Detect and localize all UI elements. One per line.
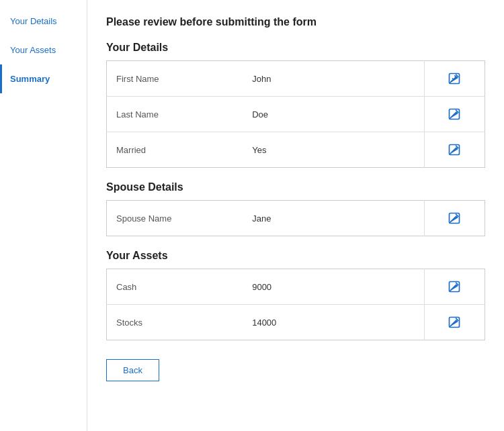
edit-icon <box>448 280 461 293</box>
edit-button[interactable] <box>445 140 464 159</box>
sidebar-item-summary[interactable]: Summary <box>0 64 87 93</box>
edit-button[interactable] <box>445 277 464 296</box>
edit-icon <box>448 316 461 329</box>
edit-icon <box>448 143 461 156</box>
sidebar-item-your-assets[interactable]: Your Assets <box>0 36 87 64</box>
edit-cell <box>424 305 485 340</box>
field-value: 14000 <box>243 305 424 340</box>
section-title-your-assets: Your Assets <box>106 250 485 262</box>
edit-button[interactable] <box>445 69 464 88</box>
section-title-your-details: Your Details <box>106 42 485 54</box>
sidebar-item-label: Your Details <box>10 16 57 26</box>
field-value: 9000 <box>243 269 424 305</box>
table-row: Cash 9000 <box>107 269 485 305</box>
table-row: First Name John <box>107 61 485 97</box>
back-button[interactable]: Back <box>106 359 159 381</box>
sidebar-item-label: Summary <box>10 74 50 84</box>
field-label: Last Name <box>107 97 243 132</box>
field-label: Spouse Name <box>107 201 243 236</box>
sidebar-item-your-details[interactable]: Your Details <box>0 7 87 36</box>
edit-cell <box>424 269 485 305</box>
field-value: Jane <box>243 201 424 236</box>
field-label: Stocks <box>107 305 243 340</box>
edit-cell <box>424 201 485 236</box>
table-row: Stocks 14000 <box>107 305 485 340</box>
main-content: Please review before submitting the form… <box>87 0 504 431</box>
field-value: Doe <box>243 97 424 132</box>
table-row: Spouse Name Jane <box>107 201 485 236</box>
edit-icon <box>448 211 461 225</box>
your-details-table: First Name John <box>106 60 485 168</box>
edit-button[interactable] <box>445 313 464 332</box>
edit-icon <box>448 107 461 121</box>
edit-icon <box>448 72 461 85</box>
spouse-details-table: Spouse Name Jane <box>106 200 485 236</box>
edit-button[interactable] <box>445 209 464 228</box>
table-row: Married Yes <box>107 132 485 168</box>
edit-cell <box>424 132 485 168</box>
page-heading: Please review before submitting the form <box>106 16 485 28</box>
section-title-spouse-details: Spouse Details <box>106 181 485 193</box>
field-label: Cash <box>107 269 243 305</box>
field-label: Married <box>107 132 243 168</box>
edit-cell <box>424 97 485 132</box>
edit-cell <box>424 61 485 97</box>
field-value: Yes <box>243 132 424 168</box>
sidebar-item-label: Your Assets <box>10 45 56 55</box>
table-row: Last Name Doe <box>107 97 485 132</box>
field-label: First Name <box>107 61 243 97</box>
field-value: John <box>243 61 424 97</box>
sidebar: Your Details Your Assets Summary <box>0 0 87 431</box>
edit-button[interactable] <box>445 105 464 124</box>
your-assets-table: Cash 9000 Stocks 14000 <box>106 269 485 340</box>
